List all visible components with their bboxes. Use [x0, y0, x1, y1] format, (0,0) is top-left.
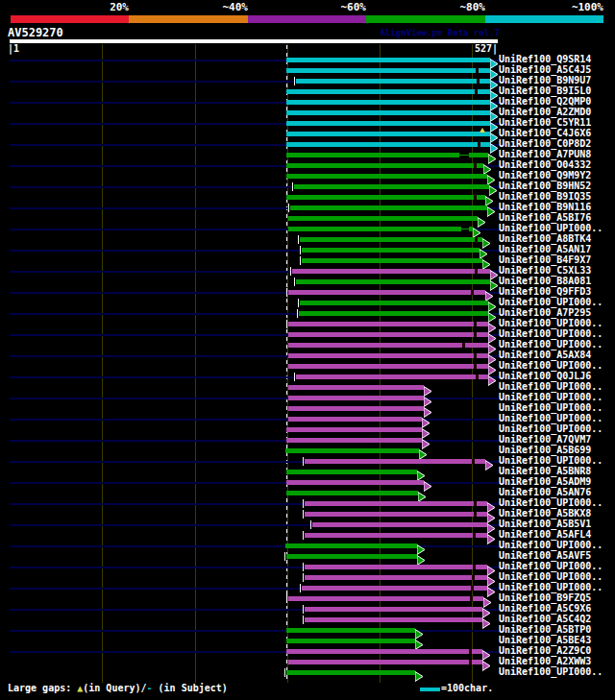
hit-label[interactable]: UniRef100_A5BTP0	[499, 624, 591, 635]
hit-label[interactable]: UniRef100_UPI000..	[499, 561, 603, 571]
hit-label[interactable]: UniRef100_B9N9U7	[499, 75, 591, 85]
alignment-bar[interactable]	[288, 417, 422, 422]
hit-label[interactable]: UniRef100_A2Z9C0	[499, 645, 591, 656]
alignment-bar[interactable]	[305, 575, 487, 580]
alignment-arrowhead[interactable]	[417, 541, 426, 551]
alignment-bar[interactable]	[305, 501, 487, 506]
hit-label[interactable]: UniRef100_B9FZQ5	[499, 592, 591, 603]
alignment-arrowhead[interactable]	[417, 551, 426, 562]
alignment-arrowhead[interactable]	[487, 562, 496, 572]
hit-label[interactable]: UniRef100_A5AVF5	[499, 550, 591, 561]
alignment-bar[interactable]	[286, 195, 485, 200]
alignment-bar[interactable]	[286, 554, 417, 559]
hit-label[interactable]: UniRef100_Q9M9Y2	[499, 170, 591, 181]
alignment-bar[interactable]	[286, 153, 488, 157]
alignment-arrowhead[interactable]	[482, 657, 491, 667]
alignment-bar[interactable]	[286, 670, 415, 675]
hit-label[interactable]: UniRef100_A2XWW3	[499, 656, 591, 666]
alignment-bar[interactable]	[286, 649, 482, 654]
alignment-bar[interactable]	[286, 89, 490, 94]
hit-label[interactable]: UniRef100_B9N116	[499, 202, 591, 212]
alignment-bar[interactable]	[288, 216, 478, 221]
alignment-bar[interactable]	[312, 522, 487, 527]
hit-label[interactable]: UniRef100_A5B699	[499, 445, 591, 455]
hit-label[interactable]: UniRef100_UPI000..	[499, 666, 603, 677]
alignment-arrowhead[interactable]	[422, 435, 430, 446]
hit-label[interactable]: UniRef100_Q0JLJ6	[499, 371, 591, 381]
alignment-arrowhead[interactable]	[488, 329, 497, 340]
alignment-arrowhead[interactable]	[482, 646, 491, 657]
alignment-bar[interactable]	[302, 248, 480, 253]
hit-label[interactable]: UniRef100_UPI000..	[499, 497, 603, 508]
hit-label[interactable]: UniRef100_UPI000..	[499, 571, 603, 582]
alignment-bar[interactable]	[302, 586, 487, 591]
hit-label[interactable]: UniRef100_B4F9X7	[499, 254, 591, 265]
hit-label[interactable]: UniRef100_B8A081	[499, 276, 591, 286]
hit-label[interactable]: UniRef100_UPI000..	[499, 582, 603, 592]
hit-label[interactable]: UniRef100_A5C9X6	[499, 603, 591, 614]
alignment-arrowhead[interactable]	[488, 372, 497, 382]
alignment-bar[interactable]	[305, 617, 482, 622]
hit-label[interactable]: UniRef100_B9HN52	[499, 181, 591, 191]
alignment-bar[interactable]	[286, 639, 415, 643]
alignment-arrowhead[interactable]	[490, 108, 499, 118]
alignment-bar[interactable]	[286, 58, 490, 62]
alignment-bar[interactable]	[286, 100, 490, 105]
hit-label[interactable]: UniRef100_UPI000..	[499, 423, 603, 434]
hit-label[interactable]: UniRef100_A5BE43	[499, 635, 591, 645]
hit-label[interactable]: UniRef100_A5AN17	[499, 244, 591, 254]
hit-label[interactable]: UniRef100_UPI000..	[499, 328, 603, 339]
alignment-arrowhead[interactable]	[487, 203, 496, 213]
alignment-arrowhead[interactable]	[418, 488, 427, 498]
alignment-arrowhead[interactable]	[487, 509, 496, 519]
alignment-arrowhead[interactable]	[482, 234, 491, 245]
alignment-arrowhead[interactable]	[482, 615, 491, 625]
alignment-bar[interactable]	[288, 353, 488, 358]
hit-label[interactable]: UniRef100_B9IQ35	[499, 191, 591, 202]
hit-label[interactable]: UniRef100_A5BNR8	[499, 466, 591, 476]
hit-label[interactable]: UniRef100_UPI000..	[499, 455, 603, 466]
hit-label[interactable]: UniRef100_UPI000..	[499, 540, 603, 550]
alignment-arrowhead[interactable]	[419, 446, 428, 456]
alignment-bar[interactable]	[286, 142, 490, 147]
hit-label[interactable]: UniRef100_C5XL33	[499, 265, 591, 276]
alignment-bar[interactable]	[305, 459, 485, 464]
alignment-arrowhead[interactable]	[424, 382, 432, 393]
alignment-bar[interactable]	[288, 385, 424, 390]
alignment-arrowhead[interactable]	[488, 319, 497, 329]
alignment-arrowhead[interactable]	[424, 477, 432, 488]
alignment-arrowhead[interactable]	[485, 192, 494, 203]
alignment-bar[interactable]	[288, 227, 473, 231]
hit-label[interactable]: UniRef100_A5BI76	[499, 212, 591, 223]
alignment-arrowhead[interactable]	[487, 519, 496, 530]
alignment-bar[interactable]	[305, 607, 482, 612]
hit-label[interactable]: UniRef100_C4J6X6	[499, 128, 591, 138]
alignment-bar[interactable]	[285, 448, 419, 453]
alignment-bar[interactable]	[305, 565, 487, 569]
alignment-bar[interactable]	[286, 174, 487, 179]
alignment-bar[interactable]	[288, 343, 488, 348]
alignment-arrowhead[interactable]	[483, 160, 492, 171]
alignment-arrowhead[interactable]	[478, 213, 486, 224]
hit-label[interactable]: UniRef100_A8BTK4	[499, 233, 591, 244]
alignment-arrowhead[interactable]	[424, 393, 432, 403]
alignment-bar[interactable]	[285, 543, 417, 548]
alignment-arrowhead[interactable]	[490, 65, 499, 76]
hit-label[interactable]: UniRef100_Q9FFD3	[499, 286, 591, 297]
alignment-bar[interactable]	[288, 364, 488, 369]
alignment-arrowhead[interactable]	[489, 181, 498, 192]
alignment-bar[interactable]	[288, 406, 424, 411]
alignment-bar[interactable]	[286, 438, 422, 443]
alignment-arrowhead[interactable]	[490, 97, 499, 108]
alignment-arrowhead[interactable]	[485, 287, 494, 298]
alignment-arrowhead[interactable]	[415, 636, 424, 646]
alignment-arrowhead[interactable]	[490, 266, 499, 277]
alignment-arrowhead[interactable]	[487, 530, 496, 541]
alignment-bar[interactable]	[288, 660, 482, 664]
alignment-arrowhead[interactable]	[490, 129, 499, 139]
alignment-bar[interactable]	[302, 258, 482, 263]
alignment-bar[interactable]	[296, 374, 488, 379]
alignment-arrowhead[interactable]	[415, 667, 424, 678]
alignment-arrowhead[interactable]	[424, 403, 432, 414]
hit-label[interactable]: UniRef100_Q9SR14	[499, 54, 591, 64]
